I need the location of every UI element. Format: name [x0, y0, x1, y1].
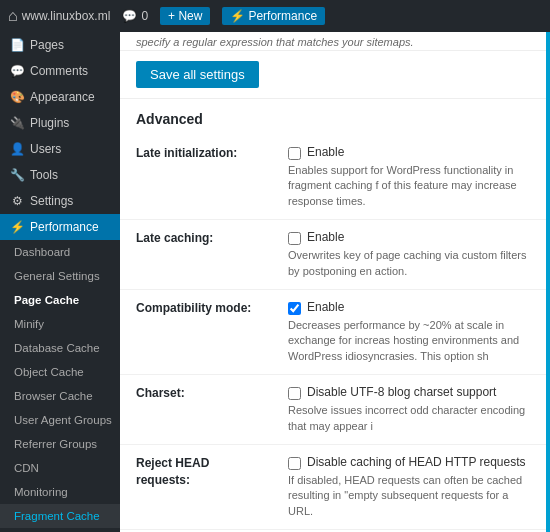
reject-head-value: Disable caching of HEAD HTTP requests If…: [280, 444, 546, 529]
sidebar-item-plugins[interactable]: 🔌 Plugins: [0, 110, 120, 136]
settings-table: Late initialization: Enable Enables supp…: [120, 135, 546, 532]
sidebar-item-label: Appearance: [30, 90, 95, 104]
sidebar-item-object-cache[interactable]: Object Cache: [0, 360, 120, 384]
sidebar-item-page-cache[interactable]: Page Cache: [0, 288, 120, 312]
compat-mode-desc: Decreases performance by ~20% at scale i…: [288, 318, 534, 364]
compat-mode-checkbox[interactable]: [288, 302, 301, 315]
sidebar-item-label: Database Cache: [14, 342, 100, 354]
sidebar-item-label: Performance: [30, 220, 99, 234]
compat-mode-enable-label: Enable: [307, 300, 344, 314]
performance-label: Performance: [248, 9, 317, 23]
sidebar-item-pages[interactable]: 📄 Pages: [0, 32, 120, 58]
plugins-icon: 🔌: [10, 116, 24, 130]
tools-icon: 🔧: [10, 168, 24, 182]
sidebar-item-performance[interactable]: ⚡ Performance: [0, 214, 120, 240]
top-bar: ⌂ www.linuxbox.ml 💬 0 + New ⚡ Performanc…: [0, 0, 550, 32]
content-area: specify a regular expression that matche…: [120, 32, 546, 532]
wp-logo-icon: ⌂: [8, 7, 18, 25]
late-caching-enable-label: Enable: [307, 230, 344, 244]
sidebar-item-browser-cache[interactable]: Browser Cache: [0, 384, 120, 408]
sidebar-item-database-cache[interactable]: Database Cache: [0, 336, 120, 360]
sidebar-item-referrer-groups[interactable]: Referrer Groups: [0, 432, 120, 456]
sidebar-item-label: Monitoring: [14, 486, 68, 498]
sidebar-item-label: Page Cache: [14, 294, 79, 306]
sidebar-item-settings[interactable]: ⚙ Settings: [0, 188, 120, 214]
table-row: Charset: Disable UTF-8 blog charset supp…: [120, 375, 546, 445]
late-init-enable-label: Enable: [307, 145, 344, 159]
charset-checkbox[interactable]: [288, 387, 301, 400]
table-row: Compatibility mode: Enable Decreases per…: [120, 289, 546, 374]
table-row: Late initialization: Enable Enables supp…: [120, 135, 546, 220]
sidebar-item-appearance[interactable]: 🎨 Appearance: [0, 84, 120, 110]
sidebar-item-label: Fragment Cache: [14, 510, 100, 522]
reject-head-desc: If disabled, HEAD requests can often be …: [288, 473, 534, 519]
new-label: + New: [168, 9, 202, 23]
settings-icon: ⚙: [10, 194, 24, 208]
sidebar-item-tools[interactable]: 🔧 Tools: [0, 162, 120, 188]
sidebar: 📄 Pages 💬 Comments 🎨 Appearance 🔌 Plugin…: [0, 32, 120, 532]
users-icon: 👤: [10, 142, 24, 156]
pages-icon: 📄: [10, 38, 24, 52]
late-init-desc: Enables support for WordPress functional…: [288, 163, 534, 209]
sidebar-item-minify[interactable]: Minify: [0, 312, 120, 336]
sidebar-item-label: Users: [30, 142, 61, 156]
compat-mode-value: Enable Decreases performance by ~20% at …: [280, 289, 546, 374]
sidebar-item-label: Minify: [14, 318, 44, 330]
gauge-icon: ⚡: [230, 9, 245, 23]
reject-head-label: Reject HEAD requests:: [120, 444, 280, 529]
sidebar-item-monitoring[interactable]: Monitoring: [0, 480, 120, 504]
performance-button[interactable]: ⚡ Performance: [222, 7, 325, 25]
reject-head-checkbox[interactable]: [288, 457, 301, 470]
site-name: www.linuxbox.ml: [22, 9, 111, 23]
sidebar-item-extensions[interactable]: Extensions: [0, 528, 120, 532]
comment-icon: 💬: [122, 9, 137, 23]
table-row: Reject HEAD requests: Disable caching of…: [120, 444, 546, 529]
sidebar-item-label: Referrer Groups: [14, 438, 97, 450]
comments-count: 0: [141, 9, 148, 23]
comments-icon: 💬: [10, 64, 24, 78]
sidebar-item-user-agent-groups[interactable]: User Agent Groups: [0, 408, 120, 432]
late-init-value: Enable Enables support for WordPress fun…: [280, 135, 546, 220]
right-accent-bar: [546, 32, 550, 532]
late-caching-value: Enable Overwrites key of page caching vi…: [280, 220, 546, 290]
new-button[interactable]: + New: [160, 7, 210, 25]
performance-icon: ⚡: [10, 220, 24, 234]
sidebar-item-comments[interactable]: 💬 Comments: [0, 58, 120, 84]
save-all-settings-button[interactable]: Save all settings: [136, 61, 259, 88]
compat-mode-label: Compatibility mode:: [120, 289, 280, 374]
late-caching-checkbox[interactable]: [288, 232, 301, 245]
sidebar-item-label: Tools: [30, 168, 58, 182]
main-layout: 📄 Pages 💬 Comments 🎨 Appearance 🔌 Plugin…: [0, 32, 550, 532]
sidebar-item-cdn[interactable]: CDN: [0, 456, 120, 480]
save-area: Save all settings: [120, 51, 546, 99]
comments-item[interactable]: 💬 0: [122, 9, 148, 23]
sidebar-item-label: Browser Cache: [14, 390, 93, 402]
late-init-checkbox[interactable]: [288, 147, 301, 160]
late-caching-desc: Overwrites key of page caching via custo…: [288, 248, 534, 279]
table-row: Late caching: Enable Overwrites key of p…: [120, 220, 546, 290]
late-init-label: Late initialization:: [120, 135, 280, 220]
sidebar-item-users[interactable]: 👤 Users: [0, 136, 120, 162]
charset-value: Disable UTF-8 blog charset support Resol…: [280, 375, 546, 445]
sidebar-item-label: Plugins: [30, 116, 69, 130]
top-desc: specify a regular expression that matche…: [120, 32, 546, 51]
sidebar-item-label: Dashboard: [14, 246, 70, 258]
charset-enable-label: Disable UTF-8 blog charset support: [307, 385, 496, 399]
sidebar-item-label: Pages: [30, 38, 64, 52]
appearance-icon: 🎨: [10, 90, 24, 104]
sidebar-item-label: User Agent Groups: [14, 414, 112, 426]
sidebar-item-label: General Settings: [14, 270, 100, 282]
wp-logo-item[interactable]: ⌂ www.linuxbox.ml: [8, 7, 110, 25]
sidebar-item-fragment-cache[interactable]: Fragment Cache: [0, 504, 120, 528]
sidebar-item-label: Settings: [30, 194, 73, 208]
sidebar-item-dashboard[interactable]: Dashboard: [0, 240, 120, 264]
late-caching-label: Late caching:: [120, 220, 280, 290]
reject-head-enable-label: Disable caching of HEAD HTTP requests: [307, 455, 526, 469]
advanced-header: Advanced: [120, 99, 546, 135]
sidebar-item-general-settings[interactable]: General Settings: [0, 264, 120, 288]
charset-desc: Resolve issues incorrect odd character e…: [288, 403, 534, 434]
sidebar-item-label: Object Cache: [14, 366, 84, 378]
sidebar-item-label: Comments: [30, 64, 88, 78]
charset-label: Charset:: [120, 375, 280, 445]
sidebar-item-label: CDN: [14, 462, 39, 474]
